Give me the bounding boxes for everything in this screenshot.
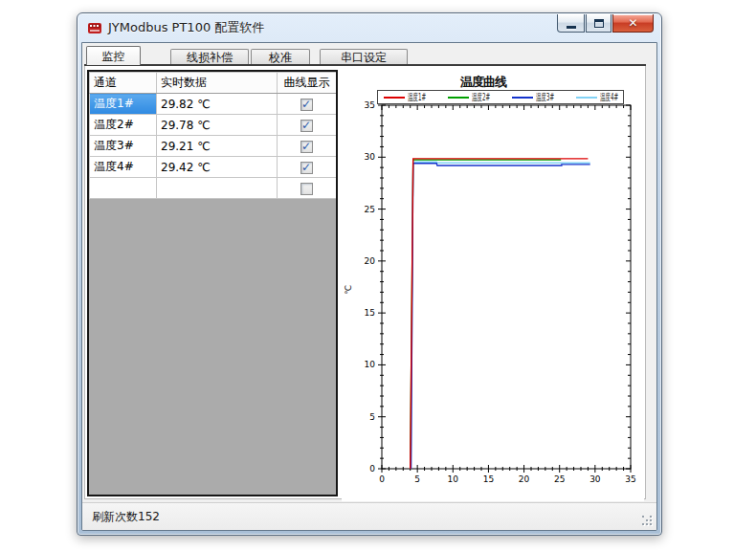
value-cell[interactable]: 29.42 ℃: [157, 157, 278, 178]
svg-text:35: 35: [625, 474, 635, 484]
channel-grid: 通道 实时数据 曲线显示 温度1# 29.82 ℃ 温度2# 29.78 ℃: [87, 70, 338, 496]
minimize-icon: [567, 26, 576, 29]
curve-checkbox[interactable]: [300, 99, 313, 111]
svg-text:℃: ℃: [344, 285, 353, 295]
close-icon: ✕: [628, 17, 637, 29]
svg-text:25: 25: [554, 474, 565, 484]
curve-checkbox[interactable]: [300, 183, 313, 195]
value-cell[interactable]: 29.21 ℃: [157, 136, 278, 157]
svg-text:30: 30: [365, 152, 376, 162]
value-cell[interactable]: [157, 178, 278, 199]
channel-table: 通道 实时数据 曲线显示 温度1# 29.82 ℃ 温度2# 29.78 ℃: [89, 72, 337, 199]
tab-monitor[interactable]: 监控: [86, 46, 141, 65]
status-bar: 刷新次数152: [82, 502, 656, 530]
tab-line-loss-compensation[interactable]: 线损补偿: [170, 49, 249, 65]
value-cell[interactable]: 29.82 ℃: [157, 94, 278, 115]
resize-grip-icon[interactable]: [642, 516, 654, 527]
header-realtime-data[interactable]: 实时数据: [157, 73, 278, 94]
svg-text:5: 5: [369, 412, 375, 422]
tab-strip: 监控 线损补偿 校准 串口设定: [82, 46, 656, 65]
svg-text:10: 10: [448, 474, 459, 484]
value-cell[interactable]: 29.78 ℃: [157, 115, 278, 136]
curve-checkbox[interactable]: [300, 141, 313, 153]
table-row-empty: [90, 178, 337, 199]
tab-serial-settings[interactable]: 串口设定: [320, 49, 408, 65]
svg-text:25: 25: [365, 205, 375, 214]
caption-buttons: ✕: [556, 14, 654, 33]
channel-cell[interactable]: 温度2#: [90, 115, 157, 136]
table-row: 温度1# 29.82 ℃: [90, 94, 337, 115]
channel-cell[interactable]: [90, 178, 157, 199]
svg-text:10: 10: [365, 360, 376, 369]
svg-text:15: 15: [483, 474, 494, 484]
table-row: 温度3# 29.21 ℃: [90, 136, 337, 157]
svg-text:30: 30: [589, 474, 601, 484]
svg-text:0: 0: [379, 474, 385, 484]
minimize-button[interactable]: [557, 14, 585, 33]
table-row: 温度2# 29.78 ℃: [90, 115, 337, 136]
app-icon: [87, 20, 102, 35]
close-button[interactable]: ✕: [612, 14, 654, 33]
tab-calibration[interactable]: 校准: [251, 49, 310, 65]
channel-cell[interactable]: 温度3#: [90, 136, 157, 157]
maximize-icon: [594, 19, 604, 28]
channel-cell[interactable]: 温度4#: [90, 157, 157, 178]
svg-text:35: 35: [365, 100, 375, 110]
svg-text:5: 5: [414, 474, 420, 484]
window-body: 监控 线损补偿 校准 串口设定 通道 实时数据 曲线显示 温度1# 29.8: [81, 42, 657, 531]
svg-text:0: 0: [369, 464, 375, 474]
channel-cell[interactable]: 温度1#: [90, 94, 157, 115]
app-window: JYModbus PT100 配置软件 ✕ 监控 线损补偿 校准 串口设定: [77, 12, 662, 536]
curve-checkbox[interactable]: [300, 120, 313, 132]
maximize-button[interactable]: [586, 14, 611, 33]
svg-text:15: 15: [365, 308, 375, 318]
svg-text:20: 20: [365, 256, 376, 266]
curve-checkbox[interactable]: [300, 162, 313, 174]
window-title: JYModbus PT100 配置软件: [108, 19, 264, 36]
temperature-chart: 温度曲线 温度1# 温度2# 温度3#: [342, 66, 644, 501]
tab-page-monitor: 通道 实时数据 曲线显示 温度1# 29.82 ℃ 温度2# 29.78 ℃: [84, 66, 646, 499]
chart-canvas: 0510152025303505101520253035℃: [342, 66, 644, 501]
refresh-count-text: 刷新次数152: [92, 509, 160, 525]
tab-monitor-label: 监控: [102, 49, 125, 65]
table-header-row: 通道 实时数据 曲线显示: [90, 73, 337, 94]
header-curve-display[interactable]: 曲线显示: [278, 73, 337, 94]
table-row: 温度4# 29.42 ℃: [90, 157, 337, 178]
header-channel[interactable]: 通道: [90, 73, 157, 94]
svg-text:20: 20: [519, 474, 530, 484]
tab-separator: [84, 64, 646, 66]
